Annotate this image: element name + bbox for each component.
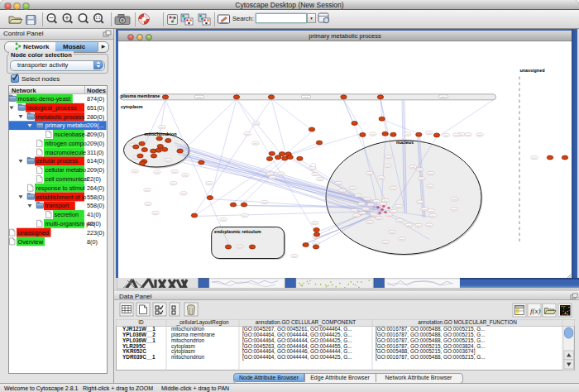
svg-text:209(...: 209(... (87, 122, 104, 129)
svg-text:mitochondrion: mitochondrion (171, 354, 205, 360)
svg-text:[GO:0044464, GO:0044444, GO:00: [GO:0044464, GO:0044444, GO:0044425, G..… (242, 354, 352, 361)
svg-text:secretion: secretion (55, 211, 79, 218)
svg-text:cytoplasm: cytoplasm (121, 104, 143, 109)
svg-text:transport: transport (45, 202, 69, 209)
svg-text:614(0): 614(0) (87, 157, 104, 165)
svg-text:nucleobase-c: nucleobase-c (55, 131, 91, 138)
svg-text:biological_process: biological_process (27, 104, 77, 112)
svg-text:establishment of lo: establishment of lo (36, 194, 87, 201)
svg-text:22(0): 22(0) (87, 175, 101, 183)
svg-text:mosaic-demo-yeast: mosaic-demo-yeast (18, 95, 71, 103)
svg-text:264(0): 264(0) (87, 184, 104, 192)
svg-text:nucleus: nucleus (396, 140, 414, 145)
svg-text:f(x): f(x) (530, 307, 541, 315)
svg-text:311(0): 311(0) (87, 149, 104, 156)
svg-text:Overview: Overview (18, 238, 44, 246)
svg-text:metabolic process: metabolic process (36, 113, 85, 121)
svg-text:response to stimul: response to stimul (36, 184, 86, 192)
svg-text:macromolecule: macromolecule (45, 149, 86, 156)
svg-text:41(0): 41(0) (87, 211, 101, 218)
svg-text:cellular metabo: cellular metabo (45, 166, 86, 174)
svg-text:651(0): 651(0) (87, 104, 104, 112)
svg-text:YDR039C__1: YDR039C__1 (122, 354, 156, 360)
svg-text:ID: ID (138, 319, 144, 325)
svg-text:cellular process: cellular process (36, 157, 79, 165)
svg-text:558(0): 558(0) (87, 194, 104, 201)
svg-text:unassigned: unassigned (520, 68, 545, 73)
svg-text:plasma membrane: plasma membrane (121, 93, 160, 98)
svg-text:558(0): 558(0) (87, 202, 104, 209)
svg-text:nitrogen compo: nitrogen compo (45, 140, 87, 147)
svg-text:endoplasmic reticulum: endoplasmic reticulum (214, 228, 261, 233)
svg-text:209(0): 209(0) (87, 131, 104, 138)
svg-text:unassigned: unassigned (18, 229, 49, 237)
svg-text:primary metabo: primary metabo (45, 122, 88, 129)
svg-text:[GO:0016787, GO:0005488, GO:00: [GO:0016787, GO:0005488, GO:0005215, G..… (376, 354, 486, 361)
svg-text:280(0): 280(0) (87, 113, 104, 121)
svg-text:874(0): 874(0) (87, 95, 104, 103)
svg-text:223(0): 223(0) (87, 229, 104, 237)
svg-text:209(0): 209(0) (87, 166, 104, 174)
svg-text:8(0): 8(0) (87, 238, 98, 246)
svg-text:42(0): 42(0) (87, 220, 101, 227)
svg-text:cell communicat: cell communicat (45, 175, 89, 183)
svg-text:209(0): 209(0) (87, 140, 104, 147)
svg-text:mitochondrion: mitochondrion (145, 131, 178, 136)
